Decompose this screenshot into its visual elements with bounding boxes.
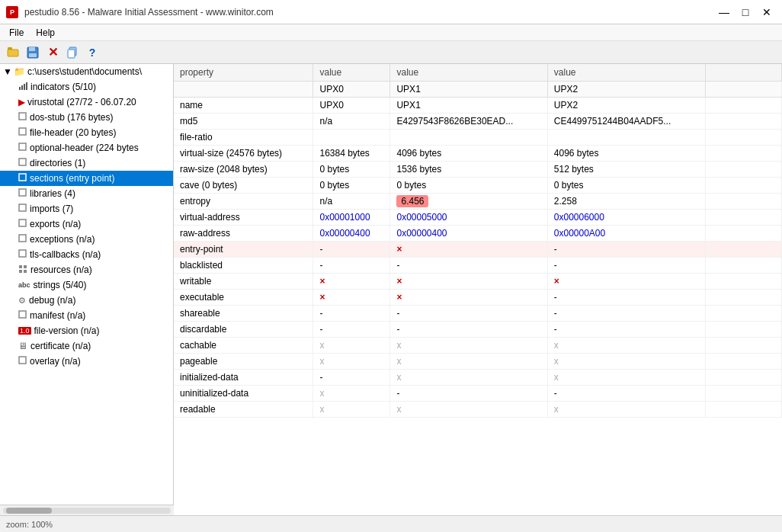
svg-rect-19 (19, 235, 26, 242)
sidebar-item-virustotal[interactable]: ▶ virustotal (27/72 - 06.07.20 (0, 95, 173, 110)
sidebar-item-sections[interactable]: sections (entry point) (0, 171, 173, 186)
toolbar-copy-button[interactable] (64, 44, 81, 61)
file-header-label: file-header (20 bytes) (30, 127, 116, 138)
cell-v1: UPX0 (313, 98, 390, 114)
svg-rect-23 (19, 270, 22, 273)
cell-extra (706, 130, 782, 146)
svg-rect-4 (29, 53, 37, 57)
sidebar-item-debug[interactable]: ⚙ debug (n/a) (0, 293, 173, 308)
light-x: x (554, 372, 559, 383)
cell-v2: UPX1 (390, 98, 547, 114)
sidebar-item-directories[interactable]: directories (1) (0, 155, 173, 171)
cell-v2 (390, 130, 547, 146)
sidebar-item-imports[interactable]: imports (7) (0, 201, 173, 216)
exports-icon (18, 219, 27, 229)
light-x: x (554, 404, 559, 415)
cell-v1: n/a (313, 194, 390, 210)
indicators-icon (18, 82, 27, 93)
debug-icon: ⚙ (18, 296, 26, 306)
cell-v3 (547, 130, 705, 146)
certificate-icon: 🖥 (18, 341, 27, 351)
sidebar-item-exports[interactable]: exports (n/a) (0, 216, 173, 232)
sidebar-item-exceptions[interactable]: exceptions (n/a) (0, 232, 173, 247)
maximize-button[interactable]: □ (736, 5, 755, 19)
sidebar-item-optional-header[interactable]: optional-header (224 bytes (0, 140, 173, 155)
sidebar-item-file-header[interactable]: file-header (20 bytes) (0, 125, 173, 140)
tls-callbacks-label: tls-callbacks (n/a) (30, 249, 101, 260)
minimize-button[interactable]: — (715, 5, 733, 19)
light-x: x (319, 356, 324, 367)
sidebar-item-dos-stub[interactable]: dos-stub (176 bytes) (0, 110, 173, 125)
table-row: virtual-size (24576 bytes)16384 bytes409… (174, 146, 782, 162)
entry-point-x: × (396, 244, 402, 255)
menu-file[interactable]: File (3, 26, 30, 40)
sidebar-item-manifest[interactable]: manifest (n/a) (0, 308, 173, 323)
cell-property: readable (174, 402, 313, 418)
cell-v3: x (547, 338, 705, 354)
table-row: raw-size (2048 bytes)0 bytes1536 bytes51… (174, 162, 782, 178)
cell-property: file-ratio (174, 130, 313, 146)
table-row: nameUPX0UPX1UPX2 (174, 98, 782, 114)
overlay-icon (18, 356, 27, 367)
close-button[interactable]: ✕ (758, 5, 776, 19)
toolbar-help-button[interactable]: ? (84, 44, 101, 61)
cell-v1: 0 bytes (313, 162, 390, 178)
cell-v3: - (547, 386, 705, 402)
table-row: cave (0 bytes)0 bytes0 bytes0 bytes (174, 178, 782, 194)
certificate-label: certificate (n/a) (30, 341, 91, 351)
cell-v2: 6.456 (390, 194, 547, 210)
cell-v2: x (390, 338, 547, 354)
table-row: virtual-address0x000010000x000050000x000… (174, 210, 782, 226)
file-version-label: file-version (n/a) (34, 325, 100, 336)
cell-v1: × (313, 274, 390, 290)
sidebar-item-certificate[interactable]: 🖥 certificate (n/a) (0, 338, 173, 354)
toolbar-open-button[interactable] (5, 44, 21, 61)
cell-v1: 16384 bytes (313, 146, 390, 162)
cell-v3: - (547, 242, 705, 258)
sidebar-item-libraries[interactable]: libraries (4) (0, 186, 173, 201)
cell-v1: 0x00001000 (313, 210, 390, 226)
cell-property: raw-address (174, 226, 313, 242)
light-x: x (396, 404, 401, 415)
sidebar-scrollbar[interactable] (3, 508, 171, 514)
toolbar-close-button[interactable]: ✕ (44, 44, 61, 61)
cell-extra (706, 258, 782, 274)
cell-property: initialized-data (174, 370, 313, 386)
menu-help[interactable]: Help (30, 26, 61, 40)
cell-v1: - (313, 258, 390, 274)
virustotal-icon: ▶ (18, 98, 24, 107)
cell-property: uninitialized-data (174, 386, 313, 402)
svg-rect-13 (19, 143, 26, 150)
status-text: zoom: 100% (6, 520, 53, 529)
table-row: blacklisted--- (174, 258, 782, 274)
toolbar-save-button[interactable] (24, 44, 41, 61)
sidebar-item-tls-callbacks[interactable]: tls-callbacks (n/a) (0, 247, 173, 262)
cell-v2: × (390, 290, 547, 306)
cell-v3: 0 bytes (547, 178, 705, 194)
cell-extra (706, 178, 782, 194)
cell-property: entropy (174, 194, 313, 210)
sidebar-item-resources[interactable]: resources (n/a) (0, 262, 173, 277)
sidebar-item-strings[interactable]: abc strings (5/40) (0, 277, 173, 293)
tree-root[interactable]: ▼ 📁 c:\users\student\documents\ (0, 64, 173, 79)
cell-property: writable (174, 274, 313, 290)
cell-v2: x (390, 370, 547, 386)
sidebar-item-file-version[interactable]: 1.0 file-version (n/a) (0, 323, 173, 338)
imports-label: imports (7) (30, 204, 73, 214)
cell-v3: x (547, 370, 705, 386)
title-bar: P pestudio 8.56 - Malware Initial Assess… (0, 0, 782, 24)
table-row: discardable--- (174, 322, 782, 338)
cell-v1: - (313, 306, 390, 322)
svg-rect-8 (21, 85, 23, 90)
table-row: pageablexxx (174, 354, 782, 370)
cell-v1: - (313, 370, 390, 386)
cell-extra (706, 322, 782, 338)
cell-v2: 0x00005000 (390, 210, 547, 226)
sidebar-item-overlay[interactable]: overlay (n/a) (0, 354, 173, 369)
cell-extra (706, 354, 782, 370)
sidebar-item-indicators[interactable]: indicators (5/10) (0, 79, 173, 95)
cell-extra (706, 226, 782, 242)
resources-icon (18, 264, 27, 276)
indicators-label: indicators (5/10) (30, 82, 96, 92)
table-row: readablexxx (174, 402, 782, 418)
